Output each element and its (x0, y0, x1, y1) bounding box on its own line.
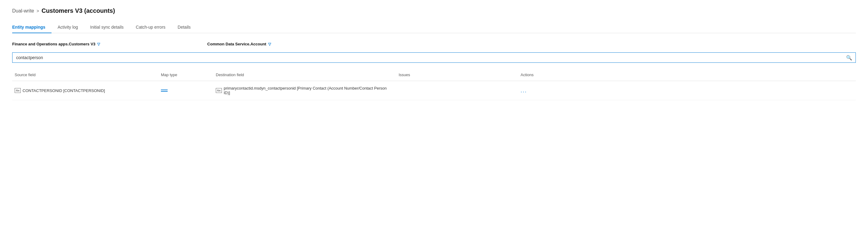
dest-type-icon: Abc (216, 88, 222, 93)
col-header-actions: Actions (518, 71, 610, 78)
map-type-direct-icon[interactable] (161, 90, 167, 92)
tab-catchup-errors[interactable]: Catch-up errors (130, 22, 172, 33)
column-headers-row: Finance and Operations apps.Customers V3… (12, 42, 856, 46)
table-header-row: Source field Map type Destination field … (12, 69, 856, 81)
source-filter-icon[interactable]: ▽ (97, 42, 100, 46)
cell-actions: ... (518, 86, 610, 95)
tabs-container: Entity mappings Activity log Initial syn… (12, 22, 856, 33)
table-container: Source field Map type Destination field … (12, 69, 856, 100)
source-type-icon: Abc (14, 88, 21, 93)
breadcrumb-parent[interactable]: Dual-write (12, 8, 34, 14)
tab-initial-sync[interactable]: Initial sync details (84, 22, 130, 33)
map-type-line-2 (161, 91, 167, 92)
dest-column-label: Common Data Service.Account (207, 42, 267, 46)
tab-details[interactable]: Details (172, 22, 197, 33)
col-header-dest: Destination field (213, 71, 396, 78)
cell-map-type (158, 88, 213, 93)
tab-entity-mappings[interactable]: Entity mappings (12, 22, 52, 33)
map-type-line-1 (161, 90, 167, 90)
table-row: Abc CONTACTPERSONID [CONTACTPERSONID] Ab… (12, 81, 856, 100)
source-column-header: Finance and Operations apps.Customers V3… (12, 42, 100, 46)
source-field-value: CONTACTPERSONID [CONTACTPERSONID] (23, 88, 105, 93)
page-container: Dual-write > Customers V3 (accounts) Ent… (0, 0, 868, 107)
dest-filter-icon[interactable]: ▽ (268, 42, 271, 46)
tab-activity-log[interactable]: Activity log (52, 22, 84, 33)
cell-issues (396, 89, 518, 92)
breadcrumb-separator: > (37, 8, 39, 13)
actions-menu-button[interactable]: ... (521, 88, 527, 94)
col-header-issues: Issues (396, 71, 518, 78)
search-input[interactable] (12, 53, 856, 63)
source-column-label: Finance and Operations apps.Customers V3 (12, 42, 95, 46)
breadcrumb-current: Customers V3 (accounts) (41, 7, 115, 14)
breadcrumb: Dual-write > Customers V3 (accounts) (12, 7, 856, 14)
col-header-maptype: Map type (158, 71, 213, 78)
search-bar-container: 🔍 (12, 53, 856, 63)
dest-column-header: Common Data Service.Account ▽ (207, 42, 271, 46)
cell-source-field: Abc CONTACTPERSONID [CONTACTPERSONID] (12, 87, 158, 94)
dest-field-value: primarycontactid.msdyn_contactpersonid [… (224, 86, 394, 95)
cell-dest-field: Abc primarycontactid.msdyn_contactperson… (213, 85, 396, 96)
search-icon[interactable]: 🔍 (846, 55, 852, 61)
col-header-source: Source field (12, 71, 158, 78)
